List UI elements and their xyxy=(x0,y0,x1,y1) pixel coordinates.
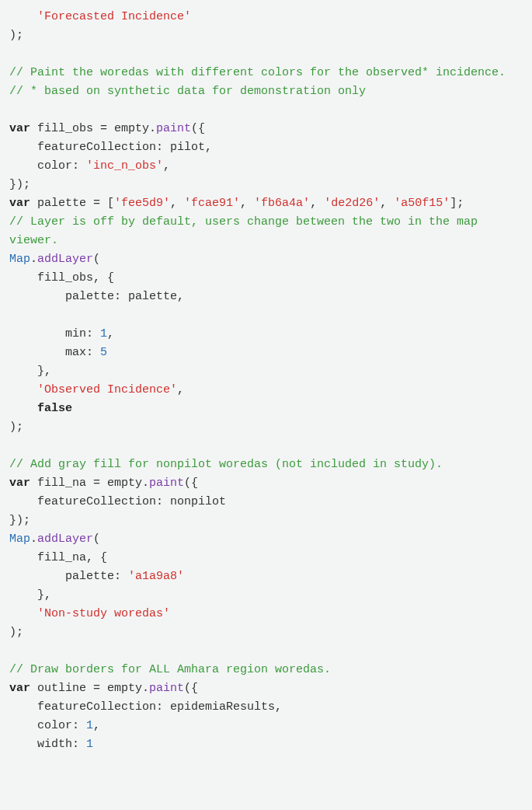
code-line: max: 5 xyxy=(9,346,107,359)
code-line: 'Observed Incidence', xyxy=(9,383,184,396)
code-line: width: 1 xyxy=(9,738,93,751)
code-line: featureCollection: nonpilot xyxy=(9,495,226,508)
code-line: var palette = ['fee5d9', 'fcae91', 'fb6a… xyxy=(9,197,464,210)
code-line: 'Non-study woredas' xyxy=(9,607,170,620)
code-line: fill_obs, { xyxy=(9,271,114,285)
code-comment: // Add gray fill for nonpilot woredas (n… xyxy=(9,458,443,471)
code-line: }); xyxy=(9,178,30,191)
code-line: fill_na, { xyxy=(9,551,107,564)
code-line: false xyxy=(9,402,72,415)
code-line: palette: 'a1a9a8' xyxy=(9,570,184,583)
code-comment: // Layer is off by default, users change… xyxy=(9,215,485,247)
code-comment: // * based on synthetic data for demonst… xyxy=(9,85,366,98)
code-line: }, xyxy=(9,588,51,602)
code-line: }); xyxy=(9,514,30,527)
code-line: var fill_obs = empty.paint({ xyxy=(9,122,205,135)
code-block: 'Forecasted Incidence' ); // Paint the w… xyxy=(9,8,523,754)
code-comment: // Paint the woredas with different colo… xyxy=(9,66,506,79)
code-line: var fill_na = empty.paint({ xyxy=(9,477,198,490)
code-line: ); xyxy=(9,626,23,639)
code-line: featureCollection: pilot, xyxy=(9,141,212,154)
code-line: color: 1, xyxy=(9,719,100,732)
code-line: Map.addLayer( xyxy=(9,253,100,266)
code-line: ); xyxy=(9,421,23,434)
code-line: Map.addLayer( xyxy=(9,532,100,546)
code-line: min: 1, xyxy=(9,327,114,340)
code-comment: // Draw borders for ALL Amhara region wo… xyxy=(9,663,331,676)
code-line: 'Forecasted Incidence' xyxy=(9,10,191,23)
code-line: featureCollection: epidemiaResults, xyxy=(9,700,282,714)
code-line: color: 'inc_n_obs', xyxy=(9,159,170,173)
code-line: }, xyxy=(9,365,51,378)
code-line: var outline = empty.paint({ xyxy=(9,682,198,695)
code-line: palette: palette, xyxy=(9,290,184,303)
code-line: ); xyxy=(9,29,23,42)
